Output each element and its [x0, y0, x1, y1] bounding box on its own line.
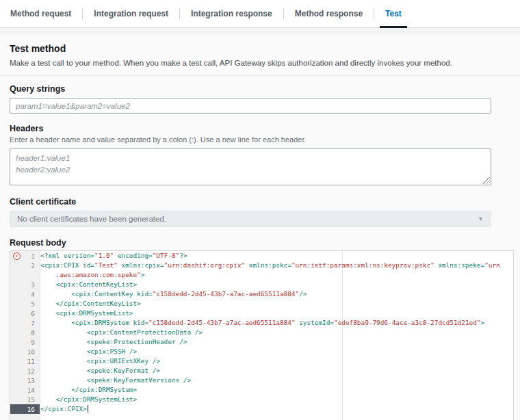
gutter-cell: 2	[10, 261, 40, 270]
code-line: <speke:KeyFormat />	[40, 366, 513, 376]
headers-textarea[interactable]: header1:value1 header2:value2	[10, 148, 491, 185]
gutter-cell: 8	[10, 328, 40, 337]
text-cursor	[88, 405, 89, 412]
code-line: <speke:KeyFormatVersions />	[40, 376, 513, 385]
code-line: <cpix:CPIX id="Test" xmlns:cpix="urn:das…	[40, 261, 513, 270]
request-body-label: Request body	[10, 238, 510, 248]
tab-method-response[interactable]: Method response	[284, 0, 374, 27]
chevron-down-icon: ▼	[478, 215, 484, 222]
line-number: 9	[31, 339, 35, 346]
gutter-cell: 4	[10, 289, 40, 299]
tab-strip	[0, 28, 520, 34]
code-line: <cpix:PSSH />	[40, 347, 513, 356]
line-number: 15	[27, 396, 35, 404]
gutter-cell: 12	[10, 366, 40, 376]
gutter-cell: ✕1	[10, 251, 40, 261]
tab-test[interactable]: Test	[374, 0, 413, 27]
editor-gutter: ✕12345678910111213141516	[10, 251, 40, 420]
code-line: </cpix:DRMSystem>	[40, 385, 513, 395]
line-number: 2	[31, 262, 35, 270]
line-number: 4	[31, 291, 35, 298]
gutter-cell: 16	[10, 404, 40, 414]
tab-integration-response[interactable]: Integration response	[180, 0, 283, 27]
code-line: <speke:ProtectionHeader />	[40, 337, 513, 347]
gutter-cell	[10, 270, 40, 280]
intro-section: Test method Make a test call to your met…	[0, 34, 520, 76]
code-line: <cpix:DRMSystem kid="c158dedd-2d45-43b7-…	[40, 318, 513, 328]
line-number: 6	[31, 310, 35, 317]
client-certificate-label: Client certificate	[10, 197, 510, 207]
test-form: Query strings Headers Enter a header nam…	[0, 84, 520, 420]
line-number: 13	[27, 377, 35, 384]
gutter-cell: 14	[10, 385, 40, 395]
client-certificate-value: No client certificates have been generat…	[17, 215, 166, 223]
error-icon: ✕	[13, 252, 21, 260]
gutter-cell: 15	[10, 395, 40, 404]
headers-label: Headers	[10, 124, 510, 133]
headers-placeholder-line: header1:value1	[16, 153, 485, 164]
code-line: <cpix:URIExtXKey />	[40, 356, 513, 366]
resize-handle-icon[interactable]	[483, 177, 490, 184]
line-number: 5	[31, 300, 35, 308]
headers-description: Enter a header name and value separated …	[10, 135, 510, 144]
headers-placeholder-line: header2:value2	[16, 164, 485, 176]
code-line: <cpix:ContentProtectionData />	[40, 328, 513, 337]
line-number: 7	[31, 319, 35, 327]
gutter-cell: 13	[10, 376, 40, 385]
line-number: 11	[27, 358, 35, 365]
tab-method-request[interactable]: Method request	[0, 0, 82, 27]
gutter-cell: 7	[10, 318, 40, 328]
query-strings-input[interactable]	[10, 98, 491, 114]
gutter-cell: 6	[10, 309, 40, 318]
gutter-cell: 11	[10, 356, 40, 366]
code-line: </cpix:CPIX>	[40, 404, 513, 414]
code-line: </cpix:ContentKeyList>	[40, 299, 513, 309]
request-body-editor[interactable]: ✕12345678910111213141516 <?xml version="…	[10, 250, 514, 420]
tab-integration-request[interactable]: Integration request	[83, 0, 179, 27]
line-number: 1	[31, 252, 35, 260]
gutter-cell: 9	[10, 337, 40, 347]
line-number: 14	[27, 386, 35, 394]
line-number: 8	[31, 329, 35, 337]
editor-code[interactable]: <?xml version="1.0" encoding="UTF-8"?><c…	[40, 251, 513, 420]
gutter-cell: 3	[10, 280, 40, 289]
line-number: 3	[31, 281, 35, 289]
code-line: <cpix:DRMSystemList>	[40, 309, 513, 318]
page-description: Make a test call to your method. When yo…	[10, 59, 510, 67]
line-number: 12	[27, 367, 35, 375]
code-line: <cpix:ContentKeyList>	[40, 280, 513, 289]
line-number: 10	[27, 348, 35, 356]
code-line: :aws:amazon:com:speke">	[40, 270, 513, 280]
query-strings-label: Query strings	[10, 84, 510, 94]
page-title: Test method	[10, 43, 510, 54]
code-line: </cpix:DRMSystemList>	[40, 395, 513, 404]
client-certificate-select[interactable]: No client certificates have been generat…	[10, 211, 491, 227]
code-line: <cpix:ContentKey kid="c158dedd-2d45-43b7…	[40, 289, 513, 299]
line-number: 16	[27, 406, 35, 413]
code-line: <?xml version="1.0" encoding="UTF-8"?>	[40, 251, 513, 261]
gutter-cell: 5	[10, 299, 40, 309]
tab-bar: Method request Integration request Integ…	[0, 0, 520, 28]
gutter-cell: 10	[10, 347, 40, 356]
